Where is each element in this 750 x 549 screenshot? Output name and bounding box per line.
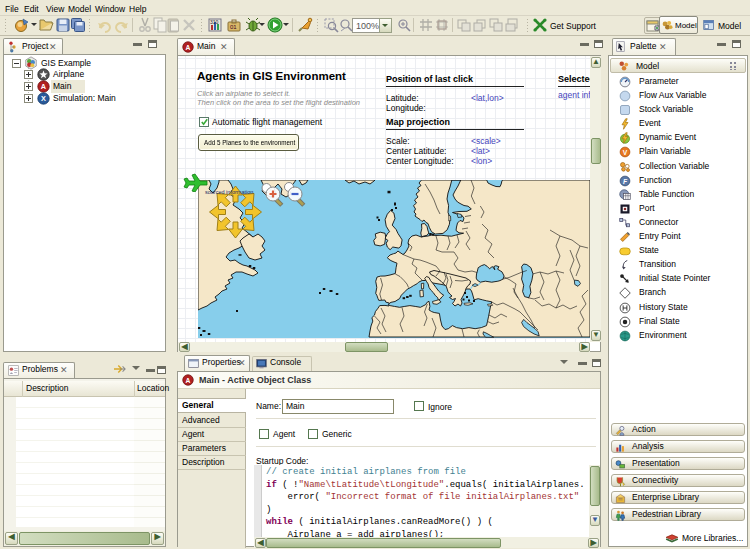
svg-text:X: X [41, 94, 46, 103]
svg-text:310: 310 [210, 19, 219, 25]
svg-text:01: 01 [230, 24, 237, 30]
svg-text:A: A [186, 377, 191, 384]
svg-text:sourced information: sourced information [205, 189, 253, 195]
svg-text:A: A [41, 82, 47, 91]
svg-text:V: V [623, 149, 628, 156]
svg-text:A: A [186, 44, 191, 51]
